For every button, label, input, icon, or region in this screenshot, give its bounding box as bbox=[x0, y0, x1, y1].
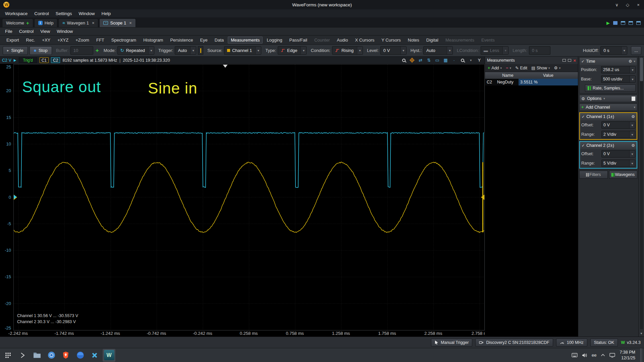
toolbar-data[interactable]: Data bbox=[212, 37, 227, 44]
task-view-icon[interactable] bbox=[16, 349, 29, 362]
toolbar-fft[interactable]: FFT bbox=[93, 37, 107, 44]
toolbar-y-cursors-17[interactable]: Y Cursors bbox=[378, 37, 404, 44]
toolbar-zoom[interactable]: +Zoom bbox=[72, 37, 92, 44]
measurement-show-button[interactable]: ▤ Show ▾ bbox=[530, 65, 551, 71]
run-all-icon[interactable]: ▶ bbox=[606, 20, 610, 25]
fit-window-icon[interactable]: ▭ bbox=[435, 58, 440, 63]
browser-icon[interactable] bbox=[74, 349, 87, 362]
maximize-panel-icon[interactable] bbox=[568, 59, 571, 62]
show-desktop-button[interactable] bbox=[640, 348, 642, 362]
channel1-range-select[interactable]: 2 V/div ▾ bbox=[601, 131, 635, 138]
buffer-input[interactable]: 10 bbox=[70, 46, 93, 55]
tab-welcome[interactable]: Welcome+ bbox=[2, 18, 33, 27]
checkmark-icon[interactable]: ✓ bbox=[581, 59, 584, 64]
measurement-add-button[interactable]: + Add ▾ bbox=[487, 65, 503, 71]
type-select[interactable]: Edge ▾ bbox=[278, 46, 307, 55]
display-icon[interactable] bbox=[609, 353, 615, 358]
app-launcher-icon[interactable] bbox=[2, 349, 14, 362]
waveforms-icon[interactable]: W bbox=[103, 349, 115, 362]
measurement-row[interactable]: C2 NegDuty 3.5511 % bbox=[485, 79, 578, 85]
dock-windows-icon[interactable] bbox=[636, 21, 641, 25]
menu-workspace[interactable]: Workspace bbox=[2, 10, 31, 17]
clock[interactable]: 7:38 PM 12/1/25 bbox=[620, 350, 635, 361]
keyboard-layout-indicator[interactable]: ee bbox=[592, 353, 596, 358]
close-icon[interactable]: × bbox=[636, 2, 641, 7]
manual-trigger-button[interactable]: Manual Trigger bbox=[431, 339, 472, 347]
toolbar-notes-18[interactable]: Notes bbox=[405, 37, 422, 44]
tab-close-icon[interactable]: × bbox=[129, 20, 132, 25]
toolbar-eye[interactable]: Eye bbox=[197, 37, 210, 44]
menu2-window[interactable]: Window bbox=[54, 28, 76, 35]
measurement-settings-button[interactable]: ⚙ ▾ bbox=[553, 65, 562, 71]
scrollbar-thumb[interactable] bbox=[640, 58, 643, 81]
menu2-file[interactable]: File bbox=[2, 28, 15, 35]
toolbar-digital-19[interactable]: Digital bbox=[423, 37, 441, 44]
chromium-icon[interactable] bbox=[45, 349, 58, 362]
checkmark-icon[interactable]: ✓ bbox=[582, 143, 585, 148]
tab-close-icon[interactable]: × bbox=[92, 20, 95, 25]
toolbar-logging-12[interactable]: Logging bbox=[264, 37, 285, 44]
gear-icon[interactable]: ⚙ bbox=[629, 59, 632, 64]
trigger-marker-button[interactable] bbox=[198, 46, 203, 55]
gear-icon[interactable]: ⚙ bbox=[631, 114, 635, 119]
source-select[interactable]: Channel 1 ▾ bbox=[224, 46, 261, 55]
zoom-icon[interactable] bbox=[460, 59, 465, 62]
options-panel-header[interactable]: ⚙ Options ▾ bbox=[579, 95, 637, 102]
hysteresis-select[interactable]: Auto ▾ bbox=[423, 46, 453, 55]
toolbar-xyz[interactable]: +XYZ bbox=[54, 37, 71, 44]
menu2-view[interactable]: View bbox=[37, 28, 53, 35]
dot-icon[interactable]: · bbox=[451, 58, 457, 63]
measurement-remove-button[interactable]: − ▾ bbox=[505, 65, 512, 71]
buffer-add-icon[interactable]: + bbox=[95, 47, 100, 54]
menu-control[interactable]: Control bbox=[31, 10, 52, 17]
base-select[interactable]: 500 us/div ▾ bbox=[601, 75, 636, 83]
stop-button[interactable]: ■ Stop bbox=[30, 46, 52, 55]
minimize-icon[interactable]: ∨ bbox=[614, 2, 619, 7]
filters-button[interactable]: Filters bbox=[579, 171, 608, 179]
grid-icon[interactable]: ▦ bbox=[443, 58, 448, 63]
wavegens-button[interactable]: Wavegens bbox=[609, 171, 638, 179]
channel1-chip[interactable]: C1 bbox=[40, 57, 49, 63]
rate-samples-button[interactable]: Rate, Samples... bbox=[585, 84, 636, 92]
tab-help[interactable]: iHelp bbox=[34, 18, 58, 27]
scope-plot[interactable]: Square outSine in Channel 1 30.56 V ... … bbox=[13, 64, 485, 330]
fit-horizontal-icon[interactable]: ⇄ bbox=[418, 58, 423, 63]
channel1-offset-select[interactable]: 0 V ▾ bbox=[601, 121, 635, 129]
autoset-icon[interactable] bbox=[410, 58, 415, 63]
channel2-chip[interactable]: C2 bbox=[51, 57, 60, 63]
volume-icon[interactable] bbox=[582, 353, 587, 358]
toolbar-histogram[interactable]: Histogram bbox=[140, 37, 166, 44]
keyboard-icon[interactable] bbox=[572, 353, 578, 357]
undock-panel-icon[interactable] bbox=[562, 59, 566, 62]
stop-all-icon[interactable] bbox=[613, 21, 618, 25]
toolbar-xy[interactable]: +XY bbox=[39, 37, 53, 44]
frequency-button[interactable]: 100 MHz bbox=[556, 339, 587, 347]
checkmark-icon[interactable]: ✓ bbox=[582, 115, 585, 119]
fit-vertical-icon[interactable]: ⇅ bbox=[426, 58, 432, 63]
zoom-in-icon[interactable] bbox=[401, 59, 407, 62]
toolbar-spectrogram[interactable]: Spectrogram bbox=[108, 37, 139, 44]
menu-window[interactable]: Window bbox=[76, 10, 98, 17]
y-axis-channel-selector[interactable]: C2 V bbox=[2, 58, 11, 63]
menu-help[interactable]: Help bbox=[99, 10, 114, 17]
y-cursor-button[interactable]: Y bbox=[476, 58, 483, 63]
chevron-up-icon[interactable] bbox=[601, 354, 605, 357]
close-panel-icon[interactable]: × bbox=[573, 58, 576, 63]
measurement-edit-button[interactable]: ✎ Edit bbox=[514, 65, 528, 71]
sidebar-scrollbar[interactable]: ▾ bbox=[638, 57, 644, 337]
holdoff-select[interactable]: 0 s ▾ bbox=[600, 46, 627, 55]
toolbar-pass-fail-13[interactable]: Pass/Fail bbox=[286, 37, 310, 44]
position-select[interactable]: 258.2 us ▾ bbox=[601, 66, 636, 73]
document-icon[interactable] bbox=[632, 97, 635, 101]
add-channel-button[interactable]: + Add Channel ▾ bbox=[579, 104, 637, 111]
mode-select[interactable]: ↻ Repeated ▾ bbox=[117, 46, 154, 55]
name-column-header[interactable]: Name bbox=[497, 73, 519, 78]
trigger-position-marker[interactable] bbox=[223, 65, 228, 68]
channel2-offset-select[interactable]: 0 V ▾ bbox=[601, 150, 635, 158]
channel2-range-select[interactable]: 5 V/div ▾ bbox=[601, 160, 635, 167]
toolbar-rec[interactable]: Rec. bbox=[23, 37, 38, 44]
toolbar-export[interactable]: Export bbox=[3, 37, 22, 44]
level-select[interactable]: 0 V ▾ bbox=[380, 46, 407, 55]
condition-select[interactable]: Rising ▾ bbox=[332, 46, 363, 55]
chevron-down-icon[interactable]: ▾ bbox=[634, 60, 635, 63]
